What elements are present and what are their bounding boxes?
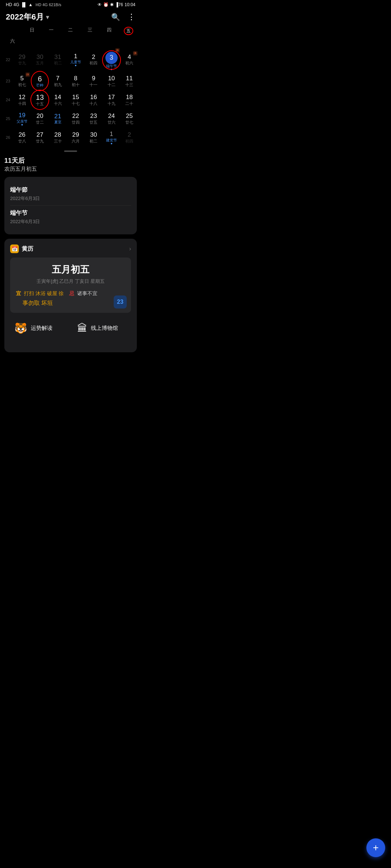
festival-item-2[interactable]: 端午节 2022年6月3日 xyxy=(10,205,131,229)
week-num-25: 25 xyxy=(3,116,13,121)
day-29[interactable]: 29 六月 xyxy=(67,128,84,147)
festival-name-1: 端午節 xyxy=(10,186,131,194)
days-later: 11天后 xyxy=(4,156,137,165)
huangli-card: 📅 黄历 › 五月初五 壬寅年[虎] 乙巳月 丁亥日 星期五 宜 打扫 沐浴 破… xyxy=(4,239,137,352)
festival-item-1[interactable]: 端午節 2022年6月3日 xyxy=(10,183,131,205)
bluetooth-icon: ✱ xyxy=(110,2,114,7)
dot-1 xyxy=(75,65,76,66)
fortune-icon: 🐯 xyxy=(14,322,27,334)
time: 10:04 xyxy=(125,2,135,7)
weekday-thu: 四 xyxy=(100,25,119,37)
weekday-fri: 五 xyxy=(119,25,138,37)
holiday-badge-3: 休 xyxy=(115,48,120,53)
day-30-prev[interactable]: 30 五月 xyxy=(31,50,49,69)
museum-button[interactable]: 🏛 线上博物馆 xyxy=(73,317,131,339)
day-7[interactable]: 7 初九 xyxy=(49,72,67,90)
week-num-spacer xyxy=(3,25,13,37)
fortune-button[interactable]: 🐯 运势解读 xyxy=(10,317,68,339)
hd-icon: HD xyxy=(6,2,12,7)
drag-handle xyxy=(64,150,77,152)
week-row-23: 23 休 5 初七 6 芒种 7 初九 8 初十 9 十一 10 xyxy=(3,72,138,90)
week-num-22: 22 xyxy=(3,58,13,62)
holiday-badge-4: 休 xyxy=(133,51,138,56)
day-15[interactable]: 15 十七 xyxy=(67,90,84,109)
network-speed: HD 4G 621B/s xyxy=(35,3,61,7)
day-3[interactable]: 休 3 端午节 xyxy=(102,47,120,72)
month-title[interactable]: 2022年6月 ▾ xyxy=(6,12,49,22)
week-row-22: 22 29 廿九 30 五月 31 初二 1 儿童节 2 初四 休 xyxy=(3,47,138,72)
dot-3 xyxy=(111,69,112,70)
week-row-24: 24 12 十四 13 十五 14 十六 15 十七 16 十八 17 xyxy=(3,90,138,109)
more-button[interactable]: ⋮ xyxy=(127,12,135,22)
weekday-mon: 一 xyxy=(42,25,61,37)
day-14[interactable]: 14 十六 xyxy=(49,90,67,109)
weekday-tue: 二 xyxy=(61,25,80,37)
header-actions: 🔍 ⋮ xyxy=(111,12,135,22)
day-5[interactable]: 休 5 初七 xyxy=(13,72,31,90)
ji-label: 忌 xyxy=(69,290,74,296)
day-1[interactable]: 1 儿童节 xyxy=(67,50,84,69)
calendar-grid: 日 一 二 三 四 五 六 22 29 廿九 30 五月 31 初二 1 儿童节 xyxy=(0,25,141,147)
huangli-buttons: 🐯 运势解读 🏛 线上博物馆 xyxy=(10,317,131,339)
status-bar: HD 4G ▐▌ ▲ HD 4G 621B/s 👁 ⏰ ✱ ▐76 10:04 xyxy=(0,0,141,9)
eye-icon: 👁 xyxy=(97,2,102,7)
yi2-text: 事勿取 坏垣 xyxy=(16,299,125,307)
day-18[interactable]: 18 二十 xyxy=(121,90,138,109)
huangli-icon: 📅 xyxy=(10,244,19,253)
yi-label: 宜 xyxy=(16,290,21,296)
day-25[interactable]: 25 廿七 xyxy=(121,109,138,128)
day-13[interactable]: 13 十五 xyxy=(31,90,49,109)
week-num-26: 26 xyxy=(3,135,13,140)
museum-label: 线上博物馆 xyxy=(91,325,118,332)
day-11[interactable]: 11 十三 xyxy=(121,72,138,90)
day-30[interactable]: 30 初二 xyxy=(85,128,102,147)
day-31-prev[interactable]: 31 初二 xyxy=(49,50,67,69)
wifi-icon: ▲ xyxy=(28,2,33,7)
day-17[interactable]: 17 十九 xyxy=(102,90,120,109)
day-21[interactable]: 21 夏至 xyxy=(49,109,67,128)
day-1-next[interactable]: 1 建党节 xyxy=(102,128,120,147)
day-27[interactable]: 27 廿九 xyxy=(31,128,49,147)
day-20[interactable]: 20 廿二 xyxy=(31,109,49,128)
dropdown-icon[interactable]: ▾ xyxy=(46,14,49,21)
day-23[interactable]: 23 廿五 xyxy=(85,109,102,128)
festival-date-2: 2022年6月3日 xyxy=(10,218,131,225)
week-row-26: 26 26 廿八 27 廿九 28 三十 29 六月 30 初二 1 建党节 xyxy=(3,128,138,147)
holiday-badge-5: 休 xyxy=(25,72,30,77)
day-24[interactable]: 24 廿六 xyxy=(102,109,120,128)
ji-text: 诸事不宜 xyxy=(77,290,97,296)
day-2-next[interactable]: 2 初四 xyxy=(121,128,138,147)
huangli-header: 📅 黄历 › xyxy=(10,244,131,253)
day-8[interactable]: 8 初十 xyxy=(67,72,84,90)
festival-name-2: 端午节 xyxy=(10,209,131,217)
day-4[interactable]: 休 4 初六 xyxy=(121,50,138,69)
weekday-headers: 日 一 二 三 四 五 六 xyxy=(3,25,138,46)
dot-19 xyxy=(21,124,23,125)
day-28[interactable]: 28 三十 xyxy=(49,128,67,147)
week-num-23: 23 xyxy=(3,79,13,83)
alarm-icon: ⏰ xyxy=(103,2,109,7)
day-29-prev[interactable]: 29 廿九 xyxy=(13,50,31,69)
day-6[interactable]: 6 芒种 xyxy=(31,72,49,90)
huangli-yi-ji: 宜 打扫 沐浴 破屋 徐 忌 诸事不宜 xyxy=(16,289,125,298)
day-10[interactable]: 10 十二 xyxy=(102,72,120,90)
signal-bars: ▐▌ xyxy=(21,2,27,7)
lunar-date: 农历五月初五 xyxy=(4,166,137,173)
day-9[interactable]: 9 十一 xyxy=(85,72,102,90)
festival-date-1: 2022年6月3日 xyxy=(10,195,131,202)
signal-4g: 4G xyxy=(13,2,19,7)
yi-text: 打扫 沐浴 破屋 徐 xyxy=(24,290,64,296)
day-12[interactable]: 12 十四 xyxy=(13,90,31,109)
day-26[interactable]: 26 廿八 xyxy=(13,128,31,147)
day-19[interactable]: 19 父亲节 xyxy=(13,109,31,128)
day-22[interactable]: 22 廿四 xyxy=(67,109,84,128)
day-2[interactable]: 2 初四 xyxy=(85,50,102,69)
huangli-chevron[interactable]: › xyxy=(129,246,131,252)
search-button[interactable]: 🔍 xyxy=(111,13,120,21)
huangli-content: 五月初五 壬寅年[虎] 乙巳月 丁亥日 星期五 宜 打扫 沐浴 破屋 徐 忌 诸… xyxy=(10,258,131,313)
calendar-header: 2022年6月 ▾ 🔍 ⋮ xyxy=(0,9,141,25)
week-num-24: 24 xyxy=(3,98,13,102)
day-16[interactable]: 16 十八 xyxy=(85,90,102,109)
dot-1-next xyxy=(111,143,112,144)
month-year-label: 2022年6月 xyxy=(6,12,44,22)
